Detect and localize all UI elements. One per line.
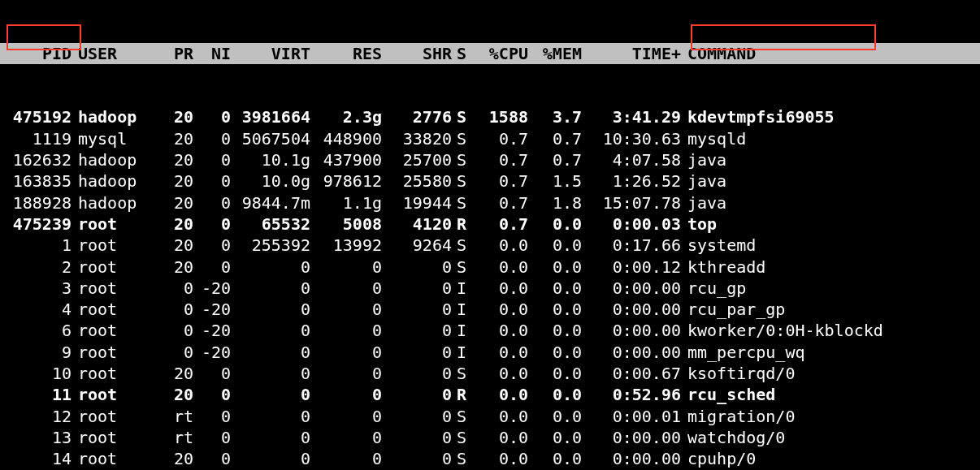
cell-cpu: 0.7: [475, 128, 528, 149]
cell-shr: 0: [382, 384, 452, 405]
cell-user: root: [72, 406, 150, 427]
cell-pid: 163835: [0, 170, 72, 192]
process-row: 10root200000S0.00.00:00.67ksoftirqd/0: [0, 363, 980, 384]
cell-s: I: [452, 342, 475, 363]
cell-pr: 20: [150, 213, 193, 235]
cell-cmd: kworker/0:0H-kblockd: [681, 320, 883, 341]
cell-s: S: [452, 170, 475, 192]
cell-virt: 255392: [231, 235, 310, 256]
process-row: 12rootrt0000S0.00.00:00.01migration/0: [0, 406, 980, 427]
cell-shr: 2776: [382, 106, 452, 127]
cell-virt: 0: [231, 448, 310, 469]
cell-cpu: 0.0: [475, 257, 528, 278]
cell-virt: 0: [231, 278, 310, 299]
cell-s: R: [452, 213, 475, 235]
process-row: 162632hadoop20010.1g43790025700S0.70.74:…: [0, 149, 980, 170]
cell-cmd: mysqld: [681, 128, 746, 149]
cell-cmd: watchdog/0: [681, 427, 785, 448]
cell-pid: 475192: [0, 106, 72, 127]
cell-virt: 0: [231, 320, 310, 341]
cell-cpu: 0.7: [475, 170, 528, 192]
cell-mem: 0.0: [528, 406, 582, 427]
process-row: 475239root2006553250084120R0.70.00:00.03…: [0, 213, 980, 235]
cell-pid: 14: [0, 448, 72, 469]
hdr-user: USER: [72, 43, 150, 64]
cell-virt: 0: [231, 342, 310, 363]
cell-s: S: [452, 192, 475, 213]
cell-pr: 20: [150, 192, 193, 213]
cell-time: 0:00.00: [582, 427, 681, 448]
cell-cpu: 0.0: [475, 384, 528, 405]
cell-user: hadoop: [72, 106, 150, 127]
cell-pid: 188928: [0, 192, 72, 213]
cell-shr: 4120: [382, 213, 452, 235]
cell-pr: rt: [150, 406, 193, 427]
cell-pr: 20: [150, 257, 193, 278]
cell-res: 0: [310, 363, 382, 384]
cell-shr: 25580: [382, 170, 452, 192]
cell-user: mysql: [72, 128, 150, 149]
cell-res: 0: [310, 320, 382, 341]
cell-pid: 6: [0, 320, 72, 341]
hdr-ni: NI: [193, 43, 231, 64]
cell-user: root: [72, 257, 150, 278]
cell-res: 13992: [310, 235, 382, 256]
cell-cpu: 0.0: [475, 342, 528, 363]
cell-pid: 10: [0, 363, 72, 384]
cell-pr: 20: [150, 149, 193, 170]
cell-cmd: rcu_par_gp: [681, 299, 785, 320]
cell-res: 0: [310, 384, 382, 405]
cell-mem: 0.7: [528, 128, 582, 149]
cell-time: 0:00.01: [582, 406, 681, 427]
cell-virt: 3981664: [231, 106, 310, 127]
cell-pr: 0: [150, 342, 193, 363]
process-row: 475192hadoop20039816642.3g2776S15883.73:…: [0, 106, 980, 127]
cell-virt: 0: [231, 299, 310, 320]
hdr-virt: VIRT: [231, 43, 310, 64]
process-row: 1119mysql200506750444890033820S0.70.710:…: [0, 128, 980, 149]
cell-shr: 33820: [382, 128, 452, 149]
cell-user: root: [72, 235, 150, 256]
cell-cmd: rcu_gp: [681, 278, 746, 299]
process-row: 163835hadoop20010.0g97861225580S0.71.51:…: [0, 170, 980, 192]
cell-cmd: mm_percpu_wq: [681, 342, 805, 363]
cell-pr: 0: [150, 299, 193, 320]
cell-cpu: 0.0: [475, 363, 528, 384]
cell-virt: 10.1g: [231, 149, 310, 170]
cell-ni: 0: [193, 106, 231, 127]
cell-user: root: [72, 278, 150, 299]
hdr-cpu: %CPU: [475, 43, 528, 64]
cell-s: S: [452, 106, 475, 127]
cell-time: 0:17.66: [582, 235, 681, 256]
cell-s: S: [452, 257, 475, 278]
top-output: PIDUSERPRNIVIRTRESSHRS%CPU%MEMTIME+COMMA…: [0, 0, 980, 470]
cell-pr: 20: [150, 384, 193, 405]
cell-time: 0:00.00: [582, 448, 681, 469]
cell-ni: 0: [193, 235, 231, 256]
cell-virt: 0: [231, 363, 310, 384]
hdr-cmd: COMMAND: [681, 43, 756, 64]
cell-user: root: [72, 384, 150, 405]
cell-mem: 0.0: [528, 384, 582, 405]
process-row: 6root0-20000I0.00.00:00.00kworker/0:0H-k…: [0, 320, 980, 341]
cell-pr: 20: [150, 106, 193, 127]
cell-pr: 20: [150, 235, 193, 256]
cell-time: 3:41.29: [582, 106, 681, 127]
hdr-pid: PID: [0, 43, 72, 64]
cell-pr: 20: [150, 448, 193, 469]
cell-cpu: 1588: [475, 106, 528, 127]
cell-shr: 0: [382, 363, 452, 384]
cell-mem: 0.0: [528, 278, 582, 299]
cell-cpu: 0.0: [475, 278, 528, 299]
cell-cpu: 0.0: [475, 448, 528, 469]
cell-shr: 0: [382, 342, 452, 363]
cell-cmd: java: [681, 192, 726, 213]
cell-res: 2.3g: [310, 106, 382, 127]
cell-ni: 0: [193, 363, 231, 384]
cell-pr: 20: [150, 363, 193, 384]
cell-res: 437900: [310, 149, 382, 170]
cell-cmd: rcu_sched: [681, 384, 775, 405]
cell-pr: 20: [150, 170, 193, 192]
cell-shr: 0: [382, 406, 452, 427]
cell-virt: 10.0g: [231, 170, 310, 192]
